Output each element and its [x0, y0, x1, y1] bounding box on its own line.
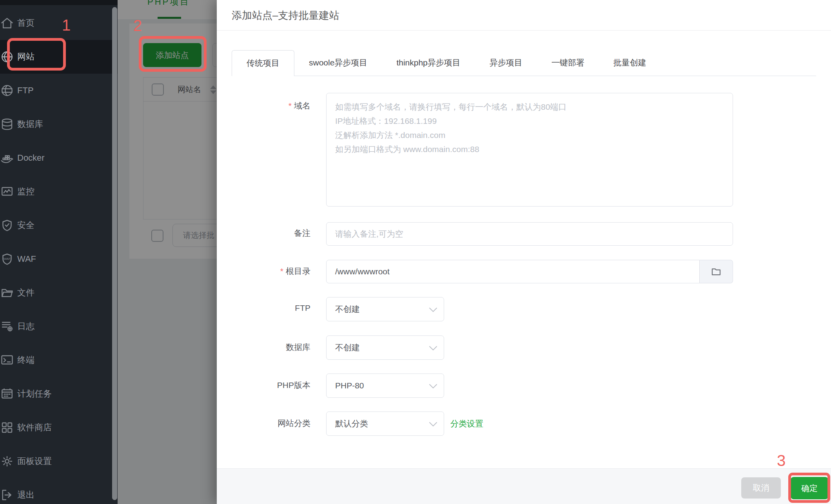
sidebar-item-label: 日志 — [17, 321, 34, 332]
svg-text:WAF: WAF — [4, 257, 11, 261]
sidebar-item-label: 计划任务 — [17, 388, 52, 400]
sidebar-item-label: 文件 — [17, 287, 34, 299]
domain-textarea[interactable]: 如需填写多个域名，请换行填写，每行一个域名，默认为80端口 IP地址格式：192… — [326, 93, 733, 207]
home-icon — [0, 16, 14, 30]
ftp-icon — [0, 83, 14, 98]
waf-shield-icon: WAF — [0, 252, 14, 266]
sidebar-item-label: 面板设置 — [17, 455, 52, 467]
logout-icon — [0, 488, 14, 502]
database-icon — [0, 117, 14, 131]
gear-icon — [0, 454, 14, 468]
annotation-number-3: 3 — [777, 452, 786, 470]
sidebar-item-security[interactable]: 安全 — [0, 208, 118, 242]
tab-batch-create[interactable]: 批量创建 — [599, 50, 661, 76]
modal-dim-overlay — [118, 0, 217, 504]
dialog-footer: 取消 确定 — [217, 468, 831, 504]
security-shield-icon — [0, 218, 14, 232]
sidebar-item-label: 终端 — [17, 354, 34, 366]
sidebar-item-label: 安全 — [17, 219, 34, 231]
sidebar-item-label: Docker — [17, 153, 45, 163]
sidebar-item-docker[interactable]: Docker — [0, 141, 118, 175]
remark-input[interactable]: 请输入备注,可为空 — [326, 222, 733, 246]
folder-icon — [0, 286, 14, 300]
sidebar-item-label: FTP — [17, 85, 34, 96]
sidebar-item-database[interactable]: 数据库 — [0, 107, 118, 141]
chevron-down-icon — [429, 307, 437, 312]
browse-directory-button[interactable] — [700, 260, 733, 283]
sidebar-item-home[interactable]: 首页 — [0, 6, 118, 40]
database-select[interactable]: 不创建 — [326, 335, 444, 360]
ftp-select[interactable]: 不创建 — [326, 297, 444, 321]
domain-placeholder-line: IP地址格式：192.168.1.199 — [335, 114, 724, 128]
terminal-icon — [0, 353, 14, 367]
sidebar-item-logout[interactable]: 退出 — [0, 478, 118, 504]
sidebar-item-label: 监控 — [17, 186, 34, 198]
remark-label: 备注 — [217, 228, 310, 240]
sidebar-item-monitor[interactable]: 监控 — [0, 175, 118, 208]
site-category-select-value: 默认分类 — [335, 412, 368, 435]
annotation-number-2: 2 — [133, 17, 142, 34]
domain-placeholder-line: 如需填写多个域名，请换行填写，每行一个域名，默认为80端口 — [335, 100, 724, 114]
tab-thinkphp-async[interactable]: thinkphp异步项目 — [382, 50, 475, 76]
ftp-label: FTP — [217, 303, 310, 316]
sidebar-item-label: WAF — [17, 254, 36, 264]
rootdir-label: *根目录 — [217, 266, 310, 278]
sidebar: 首页 网站 FTP 数据库 Docker 监控 安全 WAF WAF — [0, 0, 118, 504]
chevron-down-icon — [429, 345, 437, 350]
site-category-select[interactable]: 默认分类 — [326, 412, 444, 436]
sidebar-item-terminal[interactable]: 终端 — [0, 343, 118, 377]
sidebar-item-label: 软件商店 — [17, 422, 52, 433]
sidebar-item-label: 数据库 — [17, 118, 43, 130]
tab-swoole-async[interactable]: swoole异步项目 — [294, 50, 382, 76]
annotation-box-step3 — [788, 473, 830, 503]
tab-async-project[interactable]: 异步项目 — [475, 50, 537, 76]
add-site-dialog: 添加站点–支持批量建站 传统项目 swoole异步项目 thinkphp异步项目… — [217, 0, 831, 504]
tab-traditional-project[interactable]: 传统项目 — [232, 50, 294, 76]
dialog-tabs: 传统项目 swoole异步项目 thinkphp异步项目 异步项目 一键部署 批… — [232, 50, 661, 76]
cancel-button[interactable]: 取消 — [741, 477, 781, 499]
sidebar-top-band — [0, 0, 118, 5]
domain-placeholder-line: 如另加端口格式为 www.domain.com:88 — [335, 142, 724, 156]
chevron-down-icon — [429, 421, 437, 426]
sidebar-item-label: 退出 — [17, 489, 34, 501]
monitor-icon — [0, 185, 14, 199]
php-version-label: PHP版本 — [217, 380, 310, 392]
sidebar-item-settings[interactable]: 面板设置 — [0, 444, 118, 478]
sidebar-item-files[interactable]: 文件 — [0, 276, 118, 310]
sidebar-item-waf[interactable]: WAF WAF — [0, 242, 118, 276]
required-asterisk: * — [288, 101, 292, 110]
sidebar-item-logs[interactable]: 日志 — [0, 310, 118, 343]
folder-icon — [710, 266, 722, 277]
php-version-select[interactable]: PHP-80 — [326, 373, 444, 398]
php-version-select-value: PHP-80 — [335, 374, 364, 397]
rootdir-input[interactable]: /www/wwwroot — [326, 260, 700, 283]
calendar-icon — [0, 387, 14, 401]
sidebar-item-ftp[interactable]: FTP — [0, 74, 118, 107]
logs-icon — [0, 319, 14, 334]
docker-icon — [0, 151, 14, 165]
category-settings-link[interactable]: 分类设置 — [450, 412, 483, 436]
app-grid-icon — [0, 421, 14, 435]
sidebar-item-label: 首页 — [17, 17, 34, 29]
sidebar-item-store[interactable]: 软件商店 — [0, 411, 118, 444]
required-asterisk: * — [280, 267, 283, 276]
domain-label: *域名 — [217, 100, 310, 113]
chevron-down-icon — [429, 383, 437, 388]
baota-panel-screen: 首页 网站 FTP 数据库 Docker 监控 安全 WAF WAF — [0, 0, 831, 504]
site-category-label: 网站分类 — [217, 418, 310, 430]
dialog-header: 添加站点–支持批量建站 — [217, 0, 831, 31]
database-label: 数据库 — [217, 342, 310, 354]
tab-one-click-deploy[interactable]: 一键部署 — [537, 50, 599, 76]
annotation-number-1: 1 — [62, 16, 71, 34]
domain-placeholder-line: 泛解析添加方法 *.domain.com — [335, 128, 724, 142]
annotation-box-step2 — [139, 36, 207, 72]
dialog-title: 添加站点–支持批量建站 — [232, 0, 339, 31]
sidebar-scrollbar[interactable] — [112, 7, 117, 500]
database-select-value: 不创建 — [335, 336, 360, 359]
ftp-select-value: 不创建 — [335, 297, 360, 321]
sidebar-item-cron[interactable]: 计划任务 — [0, 377, 118, 411]
annotation-box-step1 — [7, 38, 66, 71]
